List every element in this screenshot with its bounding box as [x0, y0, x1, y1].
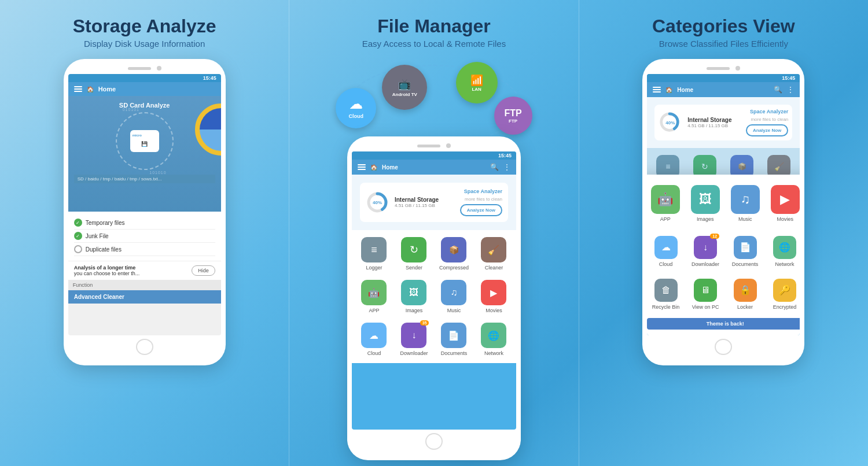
lan-connection-icon[interactable]: 📶 LAN [456, 62, 498, 103]
analyze-now-button[interactable]: Analyze Now [460, 204, 502, 216]
movies-label: Movies [486, 308, 502, 313]
phone3-home-button[interactable] [715, 339, 732, 355]
search-icon[interactable]: 🔍 [490, 163, 499, 171]
phone2-earpiece [417, 145, 440, 147]
popup-encrypted[interactable]: 🔑 Encrypted [766, 274, 800, 315]
tv-connection-icon[interactable]: 📺 Android TV [382, 65, 427, 110]
app-cleaner[interactable]: 🧹 Cleaner [474, 232, 514, 275]
file-manager-title: File Manager [377, 16, 491, 36]
phone3-top [647, 66, 800, 71]
phone3-more-icon[interactable]: ⋮ [787, 86, 794, 94]
phone2-home-button[interactable] [425, 433, 443, 450]
popup-network-label: Network [775, 261, 795, 267]
phone-storage-analyze: 15:45 🏠 Home SD C [64, 59, 226, 365]
sd-card-circle: 💾 010101 101010 [116, 112, 174, 170]
popup-viewonpc[interactable]: 🖥 View on PC [687, 274, 724, 315]
app-cloud[interactable]: ☁ Cloud [354, 318, 394, 361]
cleaner-icon: 🧹 [481, 237, 506, 262]
phone3-storage-percent: 40% [665, 120, 675, 125]
popup-locker[interactable]: 🔒 Locker [726, 274, 764, 315]
categories-popup: 🤖 APP 🖼 Images ♫ [647, 175, 800, 335]
analysis-label-2: Duplicate files [86, 246, 122, 253]
app-documents[interactable]: 📄 Documents [434, 318, 474, 361]
ftp-connection-icon[interactable]: FTP FTP [494, 97, 532, 135]
popup-app-1[interactable]: 🖼 Images [687, 180, 723, 227]
popup-recycle-label: Recycle Bin [652, 304, 680, 310]
popup-app-label-0: APP [660, 216, 671, 222]
function-bar: Function [68, 280, 221, 290]
app-downloader[interactable]: ↓ 35 Downloader [394, 318, 434, 361]
main-container: Storage Analyze Display Disk Usage Infor… [0, 0, 868, 466]
popup-cloud[interactable]: ☁ Cloud [647, 231, 685, 272]
cloud-icon: ☁ [361, 323, 387, 348]
phone2-top [352, 143, 516, 148]
space-sub: more files to clean [460, 197, 502, 202]
file-manager-subtitle: Easy Access to Local & Remote Files [362, 39, 506, 49]
phone1-earpiece [128, 67, 151, 70]
hide-button[interactable]: Hide [192, 265, 215, 276]
popup-locker-label: Locker [737, 304, 753, 310]
phone2-screen: 15:45 🏠 Home 🔍 ⋮ [352, 151, 516, 430]
app-music[interactable]: ♫ Music [434, 275, 474, 318]
popup-encrypted-label: Encrypted [773, 304, 797, 310]
phone3-analyze-btn[interactable]: Analyze Now [746, 124, 788, 136]
popup-app-2[interactable]: ♫ Music [727, 180, 763, 227]
phone2-hamburger [358, 164, 366, 170]
phone2-header-icons: 🔍 ⋮ [490, 163, 510, 171]
popup-recycle[interactable]: 🗑 Recycle Bin [647, 274, 685, 315]
popup-encrypted-icon: 🔑 [773, 279, 796, 302]
storage-size: 4.51 GB / 11.15 GB [395, 203, 454, 208]
categories-view-section: Categories View Browse Classified Files … [579, 0, 868, 466]
cloud-label-2: Cloud [367, 350, 381, 356]
phone-file-manager: 15:45 🏠 Home 🔍 ⋮ [347, 136, 521, 460]
tv-label: Android TV [392, 92, 417, 97]
sender-label: Sender [406, 265, 422, 271]
sd-icon: 💾 [130, 130, 159, 152]
phone2-storage-card: 40% Internal Storage 4.51 GB / 11.15 GB … [360, 183, 508, 222]
network-icon: 🌐 [481, 323, 506, 348]
phone3-storage-size: 4.51 GB / 11.15 GB [687, 123, 740, 128]
more-icon[interactable]: ⋮ [503, 163, 510, 171]
storage-analyze-subtitle: Display Disk Usage Information [84, 39, 205, 49]
documents-icon: 📄 [441, 323, 466, 348]
storage-title: Internal Storage [395, 197, 454, 203]
phone1-time: 15:45 [203, 75, 216, 81]
popup-viewonpc-label: View on PC [692, 304, 719, 310]
phone3-header-icons: 🔍 ⋮ [774, 86, 794, 94]
phone1-home-button[interactable] [136, 339, 153, 355]
analysis-item-1: ✓ Junk File [74, 230, 215, 243]
popup-documents[interactable]: 📄 Documents [726, 231, 764, 272]
app-app[interactable]: 🤖 APP [354, 275, 394, 318]
popup-app-icon-2: ♫ [731, 185, 760, 214]
popup-documents-icon: 📄 [734, 236, 757, 259]
categories-view-title: Categories View [652, 16, 795, 36]
compressed-label: Compressed [439, 265, 469, 271]
phone2-time: 15:45 [498, 153, 512, 158]
popup-downloader[interactable]: ↓ 12 Downloader [687, 231, 724, 272]
popup-network[interactable]: 🌐 Network [766, 231, 800, 272]
popup-app-3[interactable]: ▶ Movies [767, 180, 800, 227]
storage-donut: 40% [366, 191, 389, 214]
phone3-search-icon[interactable]: 🔍 [774, 86, 782, 94]
phone1-top [68, 66, 221, 71]
popup-recycle-icon: 🗑 [654, 279, 678, 302]
popup-app-0[interactable]: 🤖 APP [647, 180, 683, 227]
app-logger[interactable]: ≡ Logger [354, 232, 394, 275]
storage-info: Internal Storage 4.51 GB / 11.15 GB [395, 197, 454, 208]
app-network[interactable]: 🌐 Network [474, 318, 514, 361]
app-images[interactable]: 🖼 Images [394, 275, 434, 318]
phone3-status-bar: 15:45 [647, 74, 800, 82]
categories-view-subtitle: Browse Classified Files Efficiently [659, 39, 788, 49]
file-manager-section: File Manager Easy Access to Local & Remo… [289, 0, 578, 466]
phone1-header: 🏠 Home [68, 82, 221, 96]
music-icon: ♫ [441, 280, 466, 305]
phone3-space-sub: more files to clean [746, 117, 788, 122]
app-sender[interactable]: ↻ Sender [394, 232, 434, 275]
app-movies[interactable]: ▶ Movies [474, 275, 514, 318]
phone1-camera [157, 66, 161, 71]
app-compressed[interactable]: 📦 Compressed [434, 232, 474, 275]
images-icon: 🖼 [401, 280, 426, 305]
popup-cloud-label: Cloud [659, 261, 673, 267]
popup-app-label-2: Music [738, 216, 752, 222]
hamburger-line2 [74, 88, 82, 90]
